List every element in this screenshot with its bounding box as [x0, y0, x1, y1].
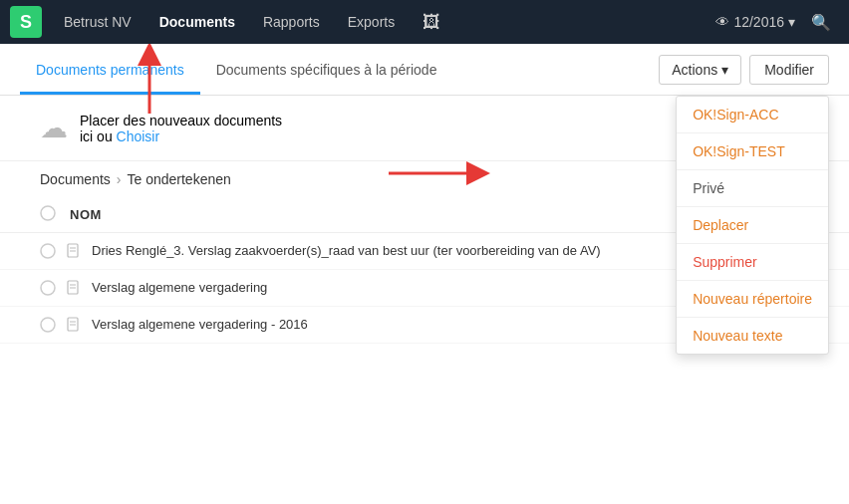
upload-text-line2: ici ou Choisir — [80, 128, 282, 144]
dropdown-item-oksign-test[interactable]: OK!Sign-TEST — [677, 133, 828, 170]
content-area: Documents permanents Documents spécifiqu… — [0, 44, 849, 344]
row-checkbox-2[interactable] — [40, 280, 56, 296]
actions-label: Actions — [672, 62, 717, 78]
upload-text-line1: Placer des nouveaux documents — [80, 113, 282, 128]
upload-choose-link[interactable]: Choisir — [117, 128, 160, 144]
svg-point-11 — [41, 318, 55, 332]
search-icon[interactable]: 🔍 — [803, 13, 839, 32]
tabs-bar: Documents permanents Documents spécifiqu… — [0, 44, 849, 96]
eye-icon: 👁 — [715, 14, 729, 30]
tab-documents-specifiques[interactable]: Documents spécifiques à la période — [200, 46, 453, 95]
nav-item-documents[interactable]: Documents — [147, 8, 247, 36]
row-checkbox-3[interactable] — [40, 317, 56, 333]
period-label: 12/2016 — [733, 14, 784, 30]
nav-item-image-icon[interactable]: 🖼 — [411, 6, 452, 39]
file-name-3[interactable]: Verslag algemene vergadering - 2016 — [92, 317, 308, 332]
breadcrumb-item-te-ondertekenen[interactable]: Te ondertekenen — [127, 171, 230, 187]
modifier-button[interactable]: Modifier — [749, 55, 829, 85]
svg-point-2 — [41, 206, 55, 220]
actions-button[interactable]: Actions ▾ — [659, 55, 741, 85]
tab-documents-permanents[interactable]: Documents permanents — [20, 46, 200, 95]
file-name-1[interactable]: Dries Renglé_3. Verslag zaakvoerder(s)_r… — [92, 243, 601, 258]
row-checkbox-1[interactable] — [40, 243, 56, 259]
tabs-right: Actions ▾ Modifier — [659, 55, 829, 85]
breadcrumb-separator: › — [117, 171, 122, 187]
col-nom-header: NOM — [70, 207, 102, 222]
dropdown-item-nouveau-texte[interactable]: Nouveau texte — [677, 318, 828, 354]
actions-chevron-icon: ▾ — [721, 62, 728, 78]
nav-right: 👁 12/2016 ▾ 🔍 — [715, 13, 839, 32]
dropdown-menu: OK!Sign-ACC OK!Sign-TEST Privé Deplacer … — [676, 96, 829, 355]
svg-point-3 — [41, 244, 55, 258]
file-icon-1 — [66, 243, 82, 259]
dropdown-item-deplacer[interactable]: Deplacer — [677, 207, 828, 244]
upload-text-block: Placer des nouveaux documents ici ou Cho… — [80, 113, 282, 144]
file-icon-2 — [66, 280, 82, 296]
file-icon-3 — [66, 317, 82, 333]
chevron-down-icon: ▾ — [788, 14, 795, 30]
logo[interactable]: S — [10, 6, 42, 38]
breadcrumb-item-documents[interactable]: Documents — [40, 171, 111, 187]
nav-item-betrust[interactable]: Betrust NV — [52, 8, 143, 36]
file-name-2[interactable]: Verslag algemene vergadering — [92, 280, 267, 295]
select-all-checkbox[interactable] — [40, 205, 60, 224]
nav-item-rapports[interactable]: Rapports — [251, 8, 332, 36]
svg-point-7 — [41, 281, 55, 295]
nav-items: Betrust NV Documents Rapports Exports 🖼 — [52, 6, 715, 39]
dropdown-item-supprimer[interactable]: Supprimer — [677, 244, 828, 281]
top-nav: S Betrust NV Documents Rapports Exports … — [0, 0, 849, 44]
dropdown-item-prive[interactable]: Privé — [677, 170, 828, 207]
dropdown-item-nouveau-repertoire[interactable]: Nouveau répertoire — [677, 281, 828, 318]
nav-item-exports[interactable]: Exports — [336, 8, 407, 36]
upload-icon: ☁ — [40, 112, 68, 144]
dropdown-item-oksign-acc[interactable]: OK!Sign-ACC — [677, 97, 828, 133]
nav-period[interactable]: 👁 12/2016 ▾ — [715, 14, 795, 30]
